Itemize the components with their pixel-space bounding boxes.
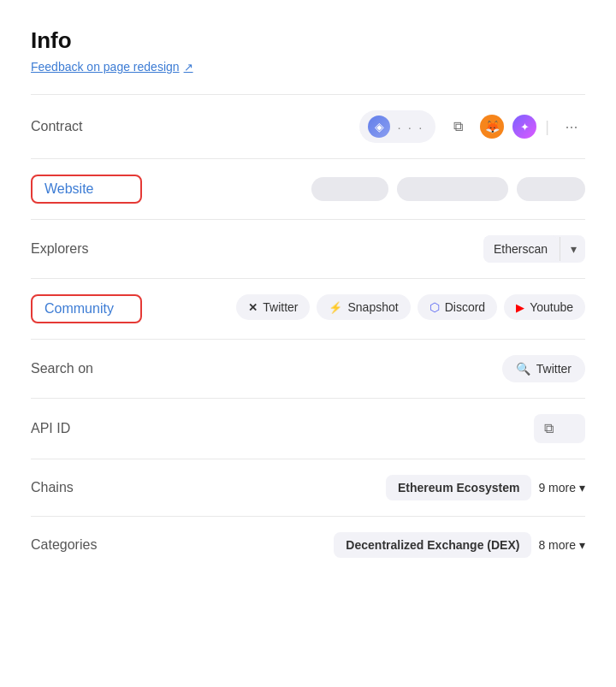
contract-pill: ◈ · · · <box>359 110 435 143</box>
website-row: Website <box>31 158 585 219</box>
etherscan-button[interactable]: Etherscan <box>483 235 558 263</box>
snapshot-label: Snapshot <box>347 300 398 314</box>
feedback-link-label: Feedback on page redesign <box>31 60 180 74</box>
more-options-button[interactable]: ··· <box>558 113 585 140</box>
metamask-icon[interactable]: 🦊 <box>480 115 504 139</box>
youtube-icon: ▶ <box>516 301 524 314</box>
community-buttons: ✕ Twitter ⚡ Snapshot ⬡ Discord ▶ Youtube <box>142 294 585 320</box>
categories-content: Decentralized Exchange (DEX) 8 more ▾ <box>334 532 585 558</box>
chains-label: Chains <box>31 480 142 495</box>
chains-row: Chains Ethereum Ecosystem 9 more ▾ <box>31 459 585 516</box>
contract-label: Contract <box>31 119 142 134</box>
chains-content: Ethereum Ecosystem 9 more ▾ <box>386 475 585 500</box>
community-row: Community ✕ Twitter ⚡ Snapshot ⬡ Discord… <box>31 278 585 339</box>
categories-label: Categories <box>31 537 142 553</box>
feedback-link[interactable]: Feedback on page redesign ↗ <box>31 60 193 74</box>
ethereum-ecosystem-tag: Ethereum Ecosystem <box>386 475 531 500</box>
website-placeholder-3 <box>517 177 585 201</box>
contract-row: Contract ◈ · · · ⧉ 🦊 ✦ | ··· <box>31 94 585 158</box>
twitter-label: Twitter <box>263 300 298 314</box>
community-label: Community <box>31 294 142 323</box>
twitter-x-icon: ✕ <box>248 301 258 314</box>
chains-more-button[interactable]: 9 more ▾ <box>538 481 585 495</box>
contract-address: · · · <box>397 120 424 134</box>
dex-tag: Decentralized Exchange (DEX) <box>334 532 531 558</box>
search-icon: 🔍 <box>516 362 530 376</box>
website-placeholder-1 <box>311 177 388 201</box>
explorers-row: Explorers Etherscan ▾ <box>31 219 585 278</box>
copy-api-id-button[interactable]: ⧉ <box>544 421 554 436</box>
api-id-box: ⧉ <box>534 414 585 443</box>
categories-more-button[interactable]: 8 more ▾ <box>538 538 585 552</box>
explorer-dropdown-arrow[interactable]: ▾ <box>562 235 585 263</box>
etherscan-label: Etherscan <box>494 242 548 256</box>
discord-label: Discord <box>445 300 485 314</box>
website-placeholder-2 <box>397 177 508 201</box>
categories-more-label: 8 more <box>538 538 576 552</box>
youtube-label: Youtube <box>530 300 573 314</box>
discord-icon: ⬡ <box>429 300 440 314</box>
explorers-label: Explorers <box>31 241 142 257</box>
contract-content: ◈ · · · ⧉ 🦊 ✦ | ··· <box>142 110 585 143</box>
discord-button[interactable]: ⬡ Discord <box>418 294 497 320</box>
chains-dropdown-icon: ▾ <box>579 481 585 495</box>
api-id-content: ⧉ <box>142 414 585 443</box>
search-twitter-button[interactable]: 🔍 Twitter <box>502 355 585 382</box>
snapshot-button[interactable]: ⚡ Snapshot <box>317 294 410 320</box>
search-on-content: 🔍 Twitter <box>142 355 585 382</box>
website-label: Website <box>31 175 142 204</box>
website-content <box>142 177 585 201</box>
api-id-row: API ID ⧉ <box>31 398 585 459</box>
external-link-icon: ↗ <box>184 61 193 74</box>
twitter-community-button[interactable]: ✕ Twitter <box>236 294 310 320</box>
search-on-label: Search on <box>31 361 142 376</box>
rainbow-icon[interactable]: ✦ <box>512 115 536 139</box>
snapshot-bolt-icon: ⚡ <box>329 301 342 314</box>
page-title: Info <box>31 27 585 54</box>
search-on-row: Search on 🔍 Twitter <box>31 339 585 398</box>
divider: | <box>545 118 549 136</box>
search-button-label: Twitter <box>536 362 572 376</box>
ethereum-icon: ◈ <box>368 115 390 138</box>
dropdown-divider <box>560 237 560 261</box>
categories-dropdown-icon: ▾ <box>579 538 585 552</box>
youtube-button[interactable]: ▶ Youtube <box>504 294 585 320</box>
chains-more-label: 9 more <box>538 481 576 495</box>
copy-contract-button[interactable]: ⧉ <box>444 113 471 140</box>
explorers-content: Etherscan ▾ <box>142 235 585 263</box>
categories-row: Categories Decentralized Exchange (DEX) … <box>31 516 585 573</box>
explorer-dropdown-container: Etherscan ▾ <box>483 235 585 263</box>
api-id-label: API ID <box>31 421 142 436</box>
